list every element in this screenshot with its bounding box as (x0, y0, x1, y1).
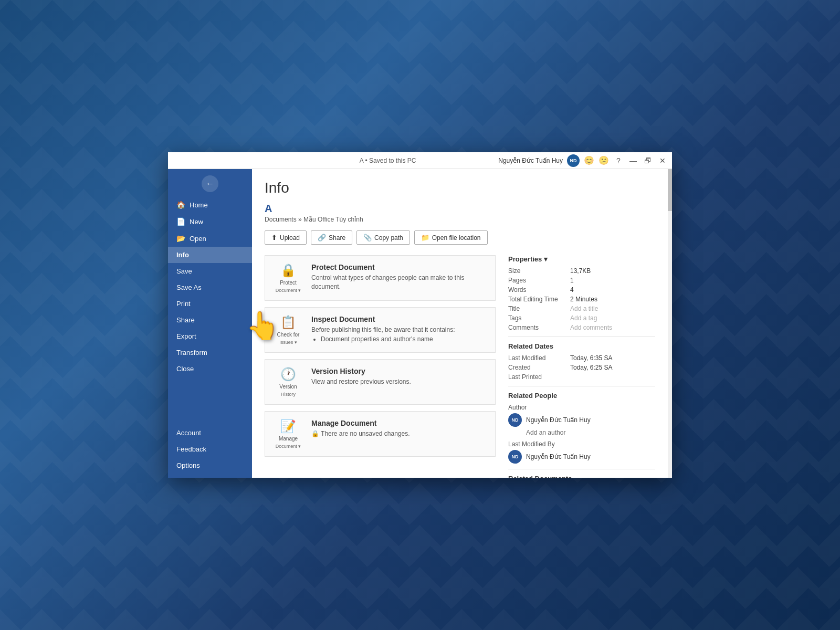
sidebar-item-info[interactable]: Info (168, 247, 252, 263)
prop-label-title: Title (508, 305, 566, 312)
related-dates-header: Related Dates (508, 342, 655, 350)
prop-label-author: Author (508, 404, 566, 411)
version-desc: View and restore previous versions. (311, 377, 488, 386)
related-dates-label: Related Dates (508, 342, 553, 350)
last-modified-avatar: ND (508, 450, 522, 464)
title-bar: A • Saved to this PC Nguyễn Đức Tuấn Huy… (168, 152, 672, 169)
protect-title: Protect Document (311, 263, 488, 271)
protect-icon-box: 🔒 Protect Document ▾ (272, 263, 304, 293)
inspect-document-section: 📋 Check for Issues ▾ Inspect Document Be… (265, 307, 496, 353)
prop-label-last-printed: Last Printed (508, 373, 566, 381)
prop-value-last-modified: Today, 6:35 SA (570, 354, 613, 362)
manage-sub[interactable]: Document ▾ (276, 444, 301, 449)
manage-document-section: 📝 Manage Document ▾ Manage Document 🔒 Th… (265, 411, 496, 457)
sidebar-item-saveas[interactable]: Save As (168, 279, 252, 296)
author-name: Nguyễn Đức Tuấn Huy (526, 416, 591, 424)
sidebar-item-export[interactable]: Export (168, 328, 252, 344)
version-sub[interactable]: History (281, 392, 296, 397)
prop-value-title[interactable]: Add a title (570, 305, 598, 312)
sidebar-item-save[interactable]: Save (168, 263, 252, 279)
back-button[interactable]: ← (202, 175, 218, 192)
emoji-sad-icon[interactable]: 😕 (598, 155, 609, 165)
sidebar: ← 🏠 Home 📄 New 📂 Open Info Save Save As (168, 169, 252, 478)
add-author-link[interactable]: Add an author (508, 429, 655, 436)
manage-icon: 📝 (280, 419, 296, 434)
version-icon-box: 🕐 Version History (272, 367, 304, 397)
open-file-location-label: Open file location (432, 234, 481, 242)
prop-value-size: 13,7KB (570, 267, 591, 275)
sidebar-label-home: Home (190, 201, 208, 209)
sidebar-item-new[interactable]: 📄 New (168, 213, 252, 230)
two-column-layout: 🔒 Protect Document ▾ Protect Document Co… (265, 255, 655, 478)
sidebar-item-home[interactable]: 🏠 Home (168, 196, 252, 213)
minimize-button[interactable]: — (628, 155, 638, 166)
sidebar-label-open: Open (190, 235, 206, 243)
prop-label-size: Size (508, 267, 566, 275)
sidebar-label-saveas: Save As (176, 284, 202, 291)
protect-sub[interactable]: Document ▾ (276, 288, 301, 293)
title-center: A • Saved to this PC (360, 157, 416, 164)
property-title: Title Add a title (508, 305, 655, 312)
protect-icon: 🔒 (280, 263, 296, 278)
protect-label: Protect (280, 280, 297, 286)
author-row: ND Nguyễn Đức Tuấn Huy (508, 413, 655, 427)
inspect-content: Inspect Document Before publishing this … (311, 315, 488, 345)
inspect-label: Check for (277, 332, 300, 338)
sidebar-item-close[interactable]: Close (168, 361, 252, 377)
share-icon: 🔗 (318, 234, 326, 242)
action-buttons: ⬆ Upload 🔗 Share 📎 Copy path 📁 Open file… (265, 230, 655, 245)
inspect-list-item: Document properties and author's name (321, 335, 488, 343)
share-label: Share (329, 234, 345, 242)
sidebar-item-options[interactable]: Options (168, 457, 252, 474)
sidebar-item-share[interactable]: Share (168, 312, 252, 328)
open-file-location-button[interactable]: 📁 Open file location (414, 230, 488, 245)
sidebar-label-export: Export (176, 332, 196, 340)
scrollbar-thumb[interactable] (668, 169, 672, 211)
version-label: Version (279, 384, 297, 390)
sidebar-label-save: Save (176, 267, 192, 275)
version-history-section: 🕐 Version History Version History View a… (265, 359, 496, 405)
user-avatar[interactable]: ND (567, 154, 580, 167)
sidebar-item-feedback[interactable]: Feedback (168, 441, 252, 457)
prop-label-pages: Pages (508, 277, 566, 284)
help-button[interactable]: ? (613, 155, 624, 166)
sidebar-item-transform[interactable]: Transform (168, 344, 252, 361)
protect-desc: Control what types of changes people can… (311, 274, 488, 291)
sidebar-label-share: Share (176, 316, 195, 324)
related-docs-header: Related Documents (508, 475, 655, 478)
sidebar-item-open[interactable]: 📂 Open (168, 230, 252, 247)
date-last-printed: Last Printed (508, 373, 655, 381)
emoji-happy-icon[interactable]: 😊 (584, 155, 594, 165)
open-file-location-icon: 📁 (421, 234, 429, 242)
prop-value-pages: 1 (570, 277, 574, 284)
prop-value-comments[interactable]: Add comments (570, 324, 612, 331)
inspect-sub[interactable]: Issues ▾ (279, 340, 297, 345)
share-button[interactable]: 🔗 Share (311, 230, 352, 245)
inspect-desc: Before publishing this file, be aware th… (311, 326, 488, 334)
separator-dates (508, 337, 655, 337)
title-right: Nguyễn Đức Tuấn Huy ND 😊 😕 ? — 🗗 ✕ (498, 154, 668, 167)
sidebar-bottom: Account Feedback Options (168, 425, 252, 478)
upload-button[interactable]: ⬆ Upload (265, 230, 307, 245)
sidebar-label-print: Print (176, 300, 191, 308)
prop-label-tags: Tags (508, 314, 566, 322)
sidebar-item-account[interactable]: Account (168, 425, 252, 441)
prop-value-tags[interactable]: Add a tag (570, 314, 597, 322)
info-heading: Info (265, 180, 655, 196)
word-window: A • Saved to this PC Nguyễn Đức Tuấn Huy… (168, 152, 672, 478)
last-modified-name: Nguyễn Đức Tuấn Huy (526, 453, 591, 460)
scrollbar-track[interactable] (668, 169, 672, 478)
inspect-icon: 📋 (280, 315, 296, 330)
sidebar-label-new: New (190, 218, 203, 226)
properties-panel: Properties ▾ Size 13,7KB Pages 1 Words 4 (508, 255, 655, 478)
sidebar-item-print[interactable]: Print (168, 296, 252, 312)
copy-path-button[interactable]: 📎 Copy path (356, 230, 410, 245)
home-icon: 🏠 (176, 201, 185, 209)
properties-header[interactable]: Properties ▾ (508, 255, 655, 263)
prop-value-editing-time: 2 Minutes (570, 296, 597, 303)
restore-button[interactable]: 🗗 (643, 155, 653, 166)
version-title: Version History (311, 367, 488, 375)
sidebar-label-transform: Transform (176, 349, 207, 356)
close-button[interactable]: ✕ (657, 155, 668, 166)
protect-content: Protect Document Control what types of c… (311, 263, 488, 293)
